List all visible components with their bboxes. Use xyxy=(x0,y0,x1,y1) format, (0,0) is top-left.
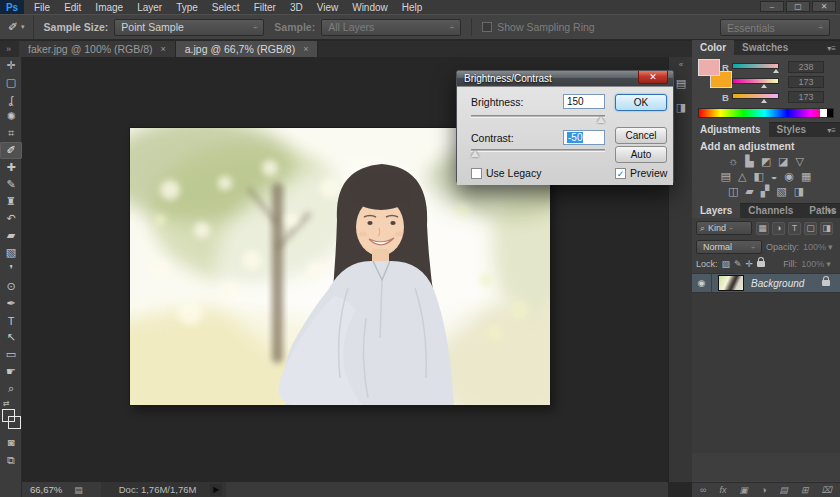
adjustment-icon[interactable]: ◪ xyxy=(778,154,788,169)
adjustment-icon[interactable]: △ xyxy=(738,169,746,184)
menu-item[interactable]: Edit xyxy=(64,2,81,13)
show-sampling-ring-checkbox[interactable] xyxy=(482,22,492,32)
black-swatch[interactable] xyxy=(827,109,833,117)
dodge-tool[interactable]: ⊙ xyxy=(0,278,22,295)
tab-layers[interactable]: Layers xyxy=(692,203,740,218)
adjustment-icon[interactable]: ▞ xyxy=(761,184,769,199)
move-tool[interactable]: ✛ xyxy=(0,57,22,74)
panel-menu-icon[interactable]: ▾≡ xyxy=(827,126,836,135)
healing-brush-tool[interactable]: ✚ xyxy=(0,159,22,176)
adjustment-icon[interactable]: ▽ xyxy=(795,154,803,169)
adjustment-icon[interactable]: ▦ xyxy=(801,169,811,184)
tab-overflow-icon[interactable]: » xyxy=(6,44,11,54)
menu-item[interactable]: Layer xyxy=(137,2,162,13)
blue-value[interactable]: 173 xyxy=(788,91,824,103)
close-button[interactable]: ✕ xyxy=(812,1,836,12)
layer-row-background[interactable]: ◉ Background xyxy=(692,273,840,293)
lock-icon[interactable]: ✎ xyxy=(734,259,742,269)
menu-item[interactable]: Help xyxy=(402,2,423,13)
adjustment-icon[interactable]: ◧ xyxy=(753,169,763,184)
blur-tool[interactable]: ❜ xyxy=(0,261,22,278)
close-icon[interactable]: ✕ xyxy=(638,71,668,84)
adjustment-icon[interactable]: ◉ xyxy=(784,169,794,184)
use-legacy-checkbox[interactable]: Use Legacy xyxy=(471,167,541,179)
blend-mode-select[interactable]: Normal ÷ xyxy=(696,240,762,254)
green-value[interactable]: 173 xyxy=(788,76,824,88)
menu-item[interactable]: File xyxy=(34,2,50,13)
kind-filter-icon[interactable]: ◑ xyxy=(772,222,785,235)
layers-footer-icon[interactable]: ▣ xyxy=(739,485,748,495)
brightness-slider-thumb[interactable] xyxy=(597,116,605,123)
close-icon[interactable]: × xyxy=(160,44,165,54)
kind-filter-icon[interactable]: ▢ xyxy=(804,222,817,235)
contrast-slider-thumb[interactable] xyxy=(471,150,479,157)
brush-tool[interactable]: ✎ xyxy=(0,176,22,193)
tab-a-jpg[interactable]: a.jpg @ 66,7% (RGB/8) × xyxy=(176,41,319,57)
workspace-select[interactable]: Essentials ÷ xyxy=(720,19,830,36)
type-tool[interactable]: T xyxy=(0,312,22,329)
contrast-input[interactable]: -50 xyxy=(563,130,605,145)
menu-item[interactable]: Image xyxy=(95,2,123,13)
adjustment-icon[interactable]: ▤ xyxy=(721,169,731,184)
checkbox-checked-icon[interactable]: ✓ xyxy=(615,168,626,179)
layers-footer-icon[interactable]: ∞ xyxy=(700,485,706,495)
eraser-tool[interactable]: ▰ xyxy=(0,227,22,244)
layer-thumbnail[interactable] xyxy=(718,275,744,291)
adjustment-icon[interactable]: ▙ xyxy=(745,154,753,169)
quick-selection-tool[interactable]: ✺ xyxy=(0,108,22,125)
layers-footer-icon[interactable]: ⌧ xyxy=(822,485,832,495)
lock-icon[interactable]: ▨ xyxy=(722,259,731,269)
adjustment-icon[interactable]: ◒ xyxy=(771,169,778,184)
lock-all-icon[interactable] xyxy=(757,261,765,267)
shape-tool[interactable]: ▭ xyxy=(0,346,22,363)
kind-filter-icon[interactable]: ◨ xyxy=(820,222,833,235)
contrast-slider[interactable] xyxy=(471,147,605,157)
history-brush-tool[interactable]: ↶ xyxy=(0,210,22,227)
maximize-button[interactable]: ▢ xyxy=(786,1,810,12)
green-slider-thumb[interactable] xyxy=(761,84,767,88)
tab-adjustments[interactable]: Adjustments xyxy=(692,122,769,137)
expand-panels-icon[interactable]: « xyxy=(669,57,693,71)
sample-size-select[interactable]: Point Sample ÷ xyxy=(114,19,264,36)
color-spectrum-ramp[interactable] xyxy=(698,108,834,118)
gradient-tool[interactable]: ▧ xyxy=(0,244,22,261)
menu-item[interactable]: Window xyxy=(352,2,388,13)
red-value[interactable]: 238 xyxy=(788,61,824,73)
tab-channels[interactable]: Channels xyxy=(740,203,801,218)
auto-button[interactable]: Auto xyxy=(615,146,667,163)
lasso-tool[interactable]: ʆ xyxy=(0,91,22,108)
kind-filter-icon[interactable]: ▦ xyxy=(756,222,769,235)
fill-value[interactable]: 100% ▾ xyxy=(801,259,831,269)
white-swatch[interactable] xyxy=(820,109,827,117)
background-color-swatch[interactable] xyxy=(8,416,21,429)
red-slider[interactable] xyxy=(732,63,779,69)
kind-filter-select[interactable]: ⌕ Kind ÷ xyxy=(696,221,752,235)
layers-footer-icon[interactable]: ▤ xyxy=(779,485,788,495)
sample-select[interactable]: All Layers ÷ xyxy=(321,19,461,36)
close-icon[interactable]: × xyxy=(303,44,308,54)
kind-filter-icon[interactable]: T xyxy=(788,222,801,235)
panel-menu-icon[interactable]: ▾≡ xyxy=(827,207,836,216)
tab-swatches[interactable]: Swatches xyxy=(734,40,796,55)
screen-mode-button[interactable]: ⧉ xyxy=(0,451,22,469)
adjustment-icon[interactable]: ◩ xyxy=(761,154,771,169)
menu-item[interactable]: Select xyxy=(212,2,240,13)
preview-checkbox[interactable]: ✓ Preview xyxy=(615,167,667,179)
adjustment-icon[interactable]: ◫ xyxy=(728,184,738,199)
ok-button[interactable]: OK xyxy=(615,94,667,111)
foreground-color-swatch[interactable] xyxy=(698,59,720,76)
path-selection-tool[interactable]: ↖ xyxy=(0,329,22,346)
adjustment-icon[interactable]: ◨ xyxy=(794,184,804,199)
adjustment-icon[interactable]: ☼ xyxy=(728,154,738,169)
brightness-input[interactable]: 150 xyxy=(563,94,605,109)
green-slider[interactable] xyxy=(732,78,779,84)
clone-stamp-tool[interactable]: ♜ xyxy=(0,193,22,210)
tool-preset-slot[interactable]: ✐ ▾ xyxy=(0,15,34,39)
adjustment-icon[interactable]: ▰ xyxy=(745,184,753,199)
brightness-slider[interactable] xyxy=(471,113,605,123)
pen-tool[interactable]: ✒ xyxy=(0,295,22,312)
status-menu-arrow-icon[interactable]: ▶ xyxy=(210,484,222,496)
layers-footer-icon[interactable]: ⊞ xyxy=(801,485,809,495)
menu-item[interactable]: Filter xyxy=(254,2,276,13)
menu-item[interactable]: Type xyxy=(176,2,198,13)
